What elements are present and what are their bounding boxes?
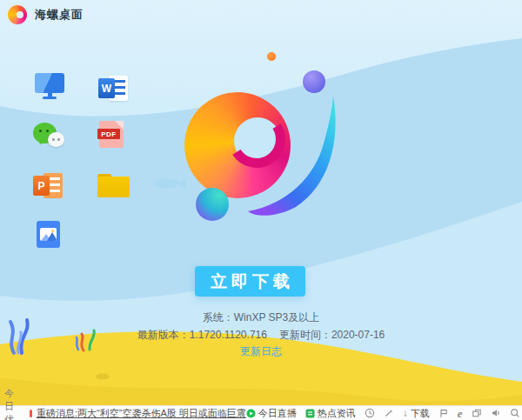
hot-news-label: 热点资讯 <box>318 407 356 420</box>
statusbar-left: 今日优选 重磅消息:两大“利空”空袭杀伤A股 明日或面临巨震 <box>0 406 246 420</box>
pen-icon[interactable] <box>384 408 394 418</box>
featured-label: 今日优选 <box>4 387 18 420</box>
version-value: 1.1720.1120.716 <box>190 329 267 341</box>
folder-icon[interactable] <box>97 174 130 197</box>
hot-news-item[interactable]: 热点资讯 <box>305 407 356 420</box>
picture-icon[interactable] <box>37 221 60 248</box>
purple-ball-decoration <box>303 70 325 93</box>
download-item[interactable]: ↓ 下载 <box>403 407 430 420</box>
version-line: 最新版本：1.1720.1120.716更新时间：2020-07-16 <box>0 328 522 343</box>
fish-silhouette <box>153 177 188 190</box>
wechat-icon[interactable] <box>33 123 66 151</box>
download-label: 下载 <box>411 407 430 420</box>
hot-news-icon <box>305 409 315 418</box>
statusbar-right: 今日直播 热点资讯 ↓ <box>246 406 522 420</box>
picture-mountain-dark <box>47 232 57 241</box>
window-icon[interactable] <box>472 408 482 418</box>
picture-sun <box>51 230 54 232</box>
statusbar: 今日优选 重磅消息:两大“利空”空袭杀伤A股 明日或面临巨震 今日直播 热点资讯 <box>0 405 522 420</box>
magnifier-icon <box>510 408 520 418</box>
live-item[interactable]: 今日直播 <box>246 407 297 420</box>
picture-frame <box>40 228 57 241</box>
version-label: 最新版本： <box>137 329 190 341</box>
word-document-icon[interactable]: W <box>98 76 128 103</box>
monitor-screen <box>35 73 64 93</box>
powerpoint-icon[interactable]: P <box>33 173 63 200</box>
pdf-icon[interactable]: PDF <box>99 121 124 148</box>
computer-icon[interactable] <box>35 73 64 100</box>
system-value: WinXP SP3及以上 <box>234 311 319 323</box>
word-letter: W <box>98 78 115 98</box>
live-label: 今日直播 <box>258 407 297 420</box>
monitor-base <box>43 97 57 99</box>
folder-body <box>97 177 130 197</box>
wechat-small-bubble <box>48 132 64 147</box>
changelog-link[interactable]: 更新日志 <box>0 344 522 359</box>
sand-pebble <box>96 374 110 380</box>
word-text-lines <box>114 80 125 97</box>
system-label: 系统： <box>203 311 234 323</box>
app-title: 海螺桌面 <box>35 7 84 23</box>
flag-icon[interactable] <box>438 408 449 418</box>
pdf-label: PDF <box>97 129 120 139</box>
brand: 海螺桌面 <box>8 5 84 24</box>
hot-badge-icon <box>30 410 32 417</box>
system-requirement-line: 系统：WinXP SP3及以上 <box>0 310 522 325</box>
download-arrow-icon: ↓ <box>403 409 408 418</box>
updated-value: 2020-07-16 <box>331 329 385 341</box>
ie-compat-icon[interactable]: e <box>458 409 463 418</box>
history-clock-icon[interactable] <box>365 408 375 418</box>
ppt-text-lines <box>49 177 60 194</box>
live-play-icon <box>246 409 256 418</box>
speaker-icon[interactable] <box>491 408 501 418</box>
conch-logo-icon <box>8 5 27 24</box>
download-landing-page: 海螺桌面 W PDF P <box>0 0 522 420</box>
zoom-item[interactable]: 100% <box>510 408 522 418</box>
teal-ball-decoration <box>196 188 229 221</box>
updated-label: 更新时间： <box>279 329 331 341</box>
download-now-button[interactable]: 立即下载 <box>195 266 305 297</box>
ppt-letter: P <box>33 176 50 196</box>
orange-dot-decoration <box>267 52 276 61</box>
news-headline-link[interactable]: 重磅消息:两大“利空”空袭杀伤A股 明日或面临巨震 <box>37 407 246 420</box>
